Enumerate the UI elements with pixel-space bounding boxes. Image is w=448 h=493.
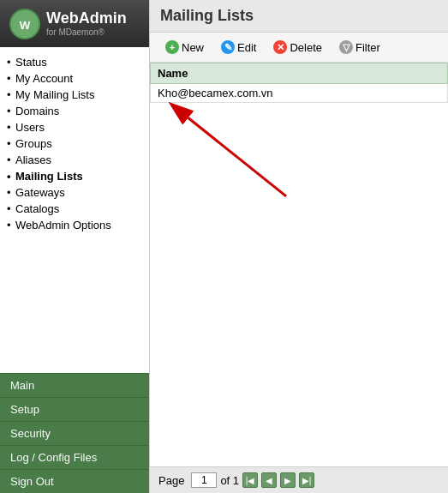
sidebar-item-users[interactable]: Users xyxy=(0,119,149,135)
delete-label: Delete xyxy=(290,41,322,54)
edit-button[interactable]: ✎ Edit xyxy=(214,38,263,57)
page-input[interactable] xyxy=(191,472,217,488)
sidebar-item-domains[interactable]: Domains xyxy=(0,103,149,119)
svg-line-3 xyxy=(188,117,286,195)
page-label: Page xyxy=(158,474,184,487)
sidebar-footer: Main Setup Security Log / Config Files S… xyxy=(0,373,149,493)
sidebar-item-mailing-lists[interactable]: Mailing Lists xyxy=(0,168,149,184)
edit-label: Edit xyxy=(237,41,256,54)
new-button[interactable]: + New xyxy=(158,38,211,57)
page-title: Mailing Lists xyxy=(150,0,448,33)
of-label: of 1 xyxy=(220,474,239,487)
footer-main[interactable]: Main xyxy=(0,373,149,397)
footer-log-config[interactable]: Log / Config Files xyxy=(0,445,149,469)
delete-icon: ✕ xyxy=(273,40,287,54)
footer-security[interactable]: Security xyxy=(0,421,149,445)
sidebar-item-status[interactable]: Status xyxy=(0,54,149,70)
mailing-lists-table: Name Kho@becamex.com.vn xyxy=(150,63,448,103)
next-page-button[interactable]: ▶ xyxy=(280,472,296,488)
sidebar: W WebAdmin for MDaemon® Status My Accoun… xyxy=(0,0,150,493)
cell-name: Kho@becamex.com.vn xyxy=(151,84,448,103)
sidebar-item-gateways[interactable]: Gateways xyxy=(0,184,149,201)
nav-list: Status My Account My Mailing Lists Domai… xyxy=(0,47,149,373)
filter-button[interactable]: ▽ Filter xyxy=(332,38,387,57)
new-label: New xyxy=(182,41,204,54)
sidebar-item-catalogs[interactable]: Catalogs xyxy=(0,201,149,217)
footer-sign-out[interactable]: Sign Out xyxy=(0,469,149,493)
sidebar-item-webadmin-options[interactable]: WebAdmin Options xyxy=(0,217,149,233)
svg-text:W: W xyxy=(20,18,31,31)
logo-sub: for MDaemon® xyxy=(46,27,127,37)
edit-icon: ✎ xyxy=(221,40,235,54)
column-name: Name xyxy=(151,63,448,84)
pagination: Page of 1 |◀ ◀ ▶ ▶| xyxy=(150,466,448,493)
logo-name: WebAdmin xyxy=(46,10,127,27)
table-row[interactable]: Kho@becamex.com.vn xyxy=(151,84,448,103)
arrow-to-name xyxy=(150,63,448,466)
sidebar-logo: W WebAdmin for MDaemon® xyxy=(0,0,149,47)
sidebar-item-groups[interactable]: Groups xyxy=(0,135,149,152)
footer-setup[interactable]: Setup xyxy=(0,397,149,421)
filter-icon: ▽ xyxy=(339,40,353,54)
filter-label: Filter xyxy=(355,41,380,54)
sidebar-item-my-mailing-lists[interactable]: My Mailing Lists xyxy=(0,87,149,103)
sidebar-item-aliases[interactable]: Aliases xyxy=(0,152,149,168)
first-page-button[interactable]: |◀ xyxy=(242,472,258,488)
table-area: Name Kho@becamex.com.vn xyxy=(150,63,448,466)
toolbar: + New ✎ Edit ✕ Delete ▽ Filter xyxy=(150,33,448,63)
last-page-button[interactable]: ▶| xyxy=(299,472,314,488)
sidebar-item-my-account[interactable]: My Account xyxy=(0,70,149,87)
new-icon: + xyxy=(165,40,179,54)
webadmin-logo-icon: W xyxy=(9,8,41,40)
prev-page-button[interactable]: ◀ xyxy=(261,472,277,488)
main-content: Mailing Lists + New ✎ Edit ✕ Delete ▽ Fi… xyxy=(150,0,448,493)
delete-button[interactable]: ✕ Delete xyxy=(266,38,329,57)
